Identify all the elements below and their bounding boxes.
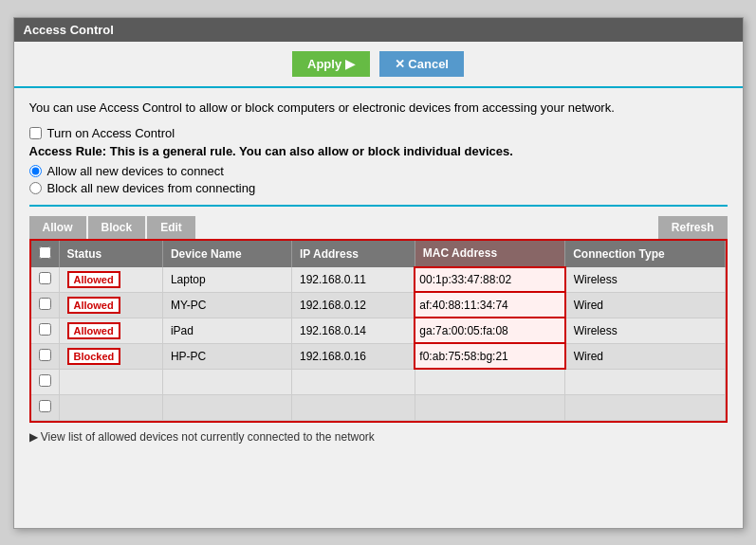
allow-radio[interactable] [29, 165, 42, 177]
access-control-toggle-row: Turn on Access Control [29, 126, 728, 140]
apply-button[interactable]: Apply ▶ [292, 51, 370, 77]
edit-button[interactable]: Edit [147, 216, 195, 239]
block-button[interactable]: Block [88, 216, 146, 239]
allow-radio-row: Allow all new devices to connect [29, 164, 728, 178]
content-area: You can use Access Control to allow or b… [14, 88, 743, 455]
row-mac: 00:1p:33:47:88:02 [415, 267, 564, 293]
col-checkbox [31, 241, 60, 267]
table-header-row: Status Device Name IP Address MAC Addres… [31, 241, 726, 267]
table-row: Allowed MY-PC 192.168.0.12 af:40:88:11:3… [31, 292, 726, 318]
row-checkbox [31, 292, 60, 318]
toolbar: Apply ▶ ✕ Cancel [14, 42, 743, 88]
col-mac: MAC Address [415, 241, 564, 267]
row-conn: Wired [565, 343, 725, 369]
col-ip: IP Address [291, 241, 415, 267]
allow-button[interactable]: Allow [29, 216, 86, 239]
row-mac: f0:ab:75:58:bg:21 [415, 343, 564, 369]
access-control-checkbox[interactable] [29, 127, 42, 139]
col-status: Status [59, 241, 162, 267]
row-mac: af:40:88:11:34:74 [415, 292, 564, 318]
table-row: Allowed Laptop 192.168.0.11 00:1p:33:47:… [31, 267, 726, 293]
col-conn: Connection Type [565, 241, 725, 267]
row-device: HP-PC [162, 343, 291, 369]
access-control-label: Turn on Access Control [47, 126, 175, 140]
row-status: Blocked [59, 343, 162, 369]
row-select[interactable] [39, 349, 51, 361]
row-mac: ga:7a:00:05:fa:08 [415, 318, 564, 343]
row-ip: 192.168.0.12 [291, 292, 415, 318]
access-rule-label: Access Rule: This is a general rule. You… [29, 144, 728, 158]
row-checkbox [31, 318, 60, 343]
device-table-wrapper: Status Device Name IP Address MAC Addres… [29, 239, 728, 423]
footer-link[interactable]: ▶ View list of allowed devices not curre… [29, 430, 728, 444]
row-checkbox [31, 267, 60, 293]
row-checkbox [31, 343, 60, 369]
section-divider [29, 205, 728, 207]
block-radio-label: Block all new devices from connecting [47, 181, 256, 195]
device-table: Status Device Name IP Address MAC Addres… [31, 241, 726, 421]
select-all-checkbox[interactable] [39, 246, 51, 259]
description-text: You can use Access Control to allow or b… [29, 100, 728, 117]
main-window: Access Control Apply ▶ ✕ Cancel You can … [13, 17, 744, 529]
cancel-button[interactable]: ✕ Cancel [379, 51, 464, 77]
row-select[interactable] [39, 272, 51, 284]
title-bar: Access Control [14, 18, 743, 42]
block-radio[interactable] [29, 182, 42, 194]
table-row: Allowed iPad 192.168.0.14 ga:7a:00:05:fa… [31, 318, 726, 343]
table-toolbar: Allow Block Edit Refresh [29, 216, 728, 239]
row-select[interactable] [39, 323, 51, 336]
row-ip: 192.168.0.14 [291, 318, 415, 343]
window-title: Access Control [24, 23, 114, 37]
row-ip: 192.168.0.11 [291, 267, 415, 293]
row-device: iPad [162, 318, 291, 343]
row-conn: Wired [565, 292, 725, 318]
row-device: Laptop [162, 267, 291, 293]
row-conn: Wireless [565, 267, 725, 293]
row-conn: Wireless [565, 318, 725, 343]
row-select[interactable] [39, 374, 51, 387]
table-row-empty2 [31, 394, 726, 420]
col-device-name: Device Name [162, 241, 291, 267]
row-status: Allowed [59, 292, 162, 318]
row-device: MY-PC [162, 292, 291, 318]
row-select[interactable] [39, 298, 51, 310]
row-ip: 192.168.0.16 [291, 343, 415, 369]
row-select[interactable] [39, 400, 51, 412]
table-row-empty [31, 369, 726, 394]
allow-radio-label: Allow all new devices to connect [47, 164, 224, 178]
allowed-devices-link[interactable]: ▶ View list of allowed devices not curre… [29, 430, 375, 444]
table-row: Blocked HP-PC 192.168.0.16 f0:ab:75:58:b… [31, 343, 726, 369]
refresh-button[interactable]: Refresh [658, 216, 728, 239]
row-status: Allowed [59, 318, 162, 343]
row-status: Allowed [59, 267, 162, 293]
block-radio-row: Block all new devices from connecting [29, 181, 728, 195]
